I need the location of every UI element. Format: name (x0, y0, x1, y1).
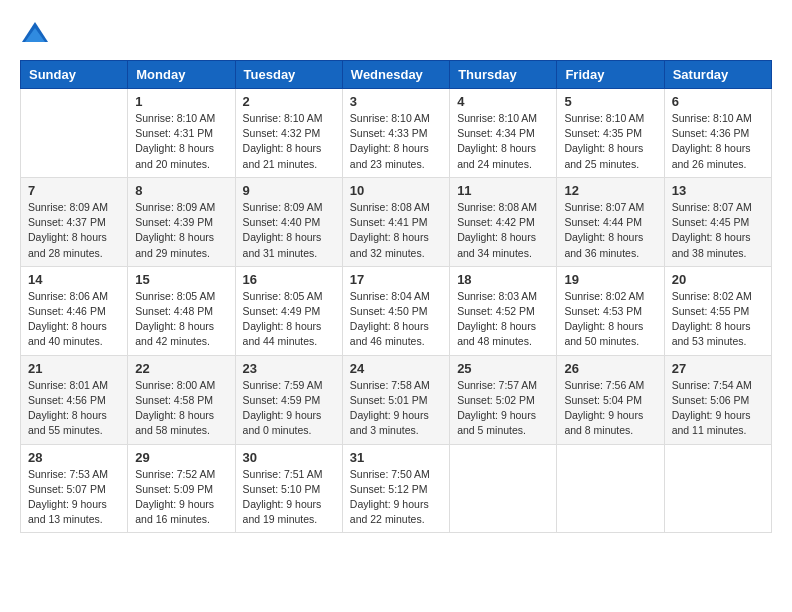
day-number: 5 (564, 94, 656, 109)
calendar-day-cell: 10Sunrise: 8:08 AMSunset: 4:41 PMDayligh… (342, 177, 449, 266)
day-info: Sunrise: 8:02 AMSunset: 4:53 PMDaylight:… (564, 289, 656, 350)
day-number: 23 (243, 361, 335, 376)
day-number: 13 (672, 183, 764, 198)
calendar-day-cell: 27Sunrise: 7:54 AMSunset: 5:06 PMDayligh… (664, 355, 771, 444)
day-header: Sunday (21, 61, 128, 89)
day-number: 14 (28, 272, 120, 287)
day-number: 7 (28, 183, 120, 198)
day-number: 21 (28, 361, 120, 376)
day-info: Sunrise: 8:08 AMSunset: 4:41 PMDaylight:… (350, 200, 442, 261)
day-header: Monday (128, 61, 235, 89)
page-header (20, 20, 772, 50)
calendar-day-cell: 3Sunrise: 8:10 AMSunset: 4:33 PMDaylight… (342, 89, 449, 178)
day-info: Sunrise: 8:09 AMSunset: 4:40 PMDaylight:… (243, 200, 335, 261)
calendar-day-cell: 7Sunrise: 8:09 AMSunset: 4:37 PMDaylight… (21, 177, 128, 266)
day-number: 31 (350, 450, 442, 465)
calendar-week-row: 7Sunrise: 8:09 AMSunset: 4:37 PMDaylight… (21, 177, 772, 266)
calendar-table: SundayMondayTuesdayWednesdayThursdayFrid… (20, 60, 772, 533)
day-info: Sunrise: 7:53 AMSunset: 5:07 PMDaylight:… (28, 467, 120, 528)
calendar-day-cell: 1Sunrise: 8:10 AMSunset: 4:31 PMDaylight… (128, 89, 235, 178)
day-number: 29 (135, 450, 227, 465)
calendar-day-cell: 28Sunrise: 7:53 AMSunset: 5:07 PMDayligh… (21, 444, 128, 533)
calendar-day-cell (557, 444, 664, 533)
calendar-day-cell: 25Sunrise: 7:57 AMSunset: 5:02 PMDayligh… (450, 355, 557, 444)
day-info: Sunrise: 8:06 AMSunset: 4:46 PMDaylight:… (28, 289, 120, 350)
day-number: 25 (457, 361, 549, 376)
day-info: Sunrise: 8:10 AMSunset: 4:35 PMDaylight:… (564, 111, 656, 172)
day-number: 15 (135, 272, 227, 287)
day-info: Sunrise: 7:56 AMSunset: 5:04 PMDaylight:… (564, 378, 656, 439)
day-info: Sunrise: 8:03 AMSunset: 4:52 PMDaylight:… (457, 289, 549, 350)
calendar-day-cell: 17Sunrise: 8:04 AMSunset: 4:50 PMDayligh… (342, 266, 449, 355)
day-info: Sunrise: 8:07 AMSunset: 4:44 PMDaylight:… (564, 200, 656, 261)
calendar-day-cell (450, 444, 557, 533)
calendar-day-cell: 8Sunrise: 8:09 AMSunset: 4:39 PMDaylight… (128, 177, 235, 266)
calendar-day-cell: 30Sunrise: 7:51 AMSunset: 5:10 PMDayligh… (235, 444, 342, 533)
day-info: Sunrise: 7:59 AMSunset: 4:59 PMDaylight:… (243, 378, 335, 439)
day-header: Tuesday (235, 61, 342, 89)
day-number: 26 (564, 361, 656, 376)
day-number: 9 (243, 183, 335, 198)
calendar-day-cell: 18Sunrise: 8:03 AMSunset: 4:52 PMDayligh… (450, 266, 557, 355)
calendar-header-row: SundayMondayTuesdayWednesdayThursdayFrid… (21, 61, 772, 89)
day-info: Sunrise: 8:10 AMSunset: 4:33 PMDaylight:… (350, 111, 442, 172)
day-info: Sunrise: 8:10 AMSunset: 4:32 PMDaylight:… (243, 111, 335, 172)
day-info: Sunrise: 7:54 AMSunset: 5:06 PMDaylight:… (672, 378, 764, 439)
day-info: Sunrise: 7:57 AMSunset: 5:02 PMDaylight:… (457, 378, 549, 439)
calendar-day-cell: 12Sunrise: 8:07 AMSunset: 4:44 PMDayligh… (557, 177, 664, 266)
day-number: 18 (457, 272, 549, 287)
day-number: 19 (564, 272, 656, 287)
day-number: 20 (672, 272, 764, 287)
day-number: 16 (243, 272, 335, 287)
day-info: Sunrise: 8:08 AMSunset: 4:42 PMDaylight:… (457, 200, 549, 261)
calendar-week-row: 28Sunrise: 7:53 AMSunset: 5:07 PMDayligh… (21, 444, 772, 533)
day-number: 22 (135, 361, 227, 376)
calendar-day-cell: 9Sunrise: 8:09 AMSunset: 4:40 PMDaylight… (235, 177, 342, 266)
calendar-day-cell (21, 89, 128, 178)
logo (20, 20, 54, 50)
calendar-day-cell: 16Sunrise: 8:05 AMSunset: 4:49 PMDayligh… (235, 266, 342, 355)
calendar-day-cell: 13Sunrise: 8:07 AMSunset: 4:45 PMDayligh… (664, 177, 771, 266)
day-info: Sunrise: 8:09 AMSunset: 4:39 PMDaylight:… (135, 200, 227, 261)
day-info: Sunrise: 7:50 AMSunset: 5:12 PMDaylight:… (350, 467, 442, 528)
day-info: Sunrise: 8:10 AMSunset: 4:34 PMDaylight:… (457, 111, 549, 172)
day-info: Sunrise: 7:51 AMSunset: 5:10 PMDaylight:… (243, 467, 335, 528)
day-number: 17 (350, 272, 442, 287)
day-number: 6 (672, 94, 764, 109)
day-number: 10 (350, 183, 442, 198)
calendar-day-cell: 2Sunrise: 8:10 AMSunset: 4:32 PMDaylight… (235, 89, 342, 178)
calendar-day-cell: 11Sunrise: 8:08 AMSunset: 4:42 PMDayligh… (450, 177, 557, 266)
day-header: Friday (557, 61, 664, 89)
day-number: 11 (457, 183, 549, 198)
day-info: Sunrise: 7:52 AMSunset: 5:09 PMDaylight:… (135, 467, 227, 528)
calendar-week-row: 1Sunrise: 8:10 AMSunset: 4:31 PMDaylight… (21, 89, 772, 178)
calendar-day-cell: 23Sunrise: 7:59 AMSunset: 4:59 PMDayligh… (235, 355, 342, 444)
calendar-week-row: 14Sunrise: 8:06 AMSunset: 4:46 PMDayligh… (21, 266, 772, 355)
day-number: 27 (672, 361, 764, 376)
day-info: Sunrise: 8:10 AMSunset: 4:31 PMDaylight:… (135, 111, 227, 172)
day-info: Sunrise: 8:07 AMSunset: 4:45 PMDaylight:… (672, 200, 764, 261)
day-number: 1 (135, 94, 227, 109)
day-info: Sunrise: 8:05 AMSunset: 4:49 PMDaylight:… (243, 289, 335, 350)
calendar-day-cell: 6Sunrise: 8:10 AMSunset: 4:36 PMDaylight… (664, 89, 771, 178)
calendar-day-cell (664, 444, 771, 533)
calendar-day-cell: 19Sunrise: 8:02 AMSunset: 4:53 PMDayligh… (557, 266, 664, 355)
day-number: 28 (28, 450, 120, 465)
calendar-day-cell: 31Sunrise: 7:50 AMSunset: 5:12 PMDayligh… (342, 444, 449, 533)
day-info: Sunrise: 8:10 AMSunset: 4:36 PMDaylight:… (672, 111, 764, 172)
calendar-day-cell: 26Sunrise: 7:56 AMSunset: 5:04 PMDayligh… (557, 355, 664, 444)
day-info: Sunrise: 8:09 AMSunset: 4:37 PMDaylight:… (28, 200, 120, 261)
day-info: Sunrise: 7:58 AMSunset: 5:01 PMDaylight:… (350, 378, 442, 439)
calendar-day-cell: 4Sunrise: 8:10 AMSunset: 4:34 PMDaylight… (450, 89, 557, 178)
day-info: Sunrise: 8:01 AMSunset: 4:56 PMDaylight:… (28, 378, 120, 439)
calendar-day-cell: 14Sunrise: 8:06 AMSunset: 4:46 PMDayligh… (21, 266, 128, 355)
day-number: 12 (564, 183, 656, 198)
calendar-day-cell: 5Sunrise: 8:10 AMSunset: 4:35 PMDaylight… (557, 89, 664, 178)
day-header: Saturday (664, 61, 771, 89)
calendar-day-cell: 29Sunrise: 7:52 AMSunset: 5:09 PMDayligh… (128, 444, 235, 533)
day-header: Wednesday (342, 61, 449, 89)
calendar-day-cell: 24Sunrise: 7:58 AMSunset: 5:01 PMDayligh… (342, 355, 449, 444)
day-number: 2 (243, 94, 335, 109)
day-info: Sunrise: 8:02 AMSunset: 4:55 PMDaylight:… (672, 289, 764, 350)
day-info: Sunrise: 8:04 AMSunset: 4:50 PMDaylight:… (350, 289, 442, 350)
